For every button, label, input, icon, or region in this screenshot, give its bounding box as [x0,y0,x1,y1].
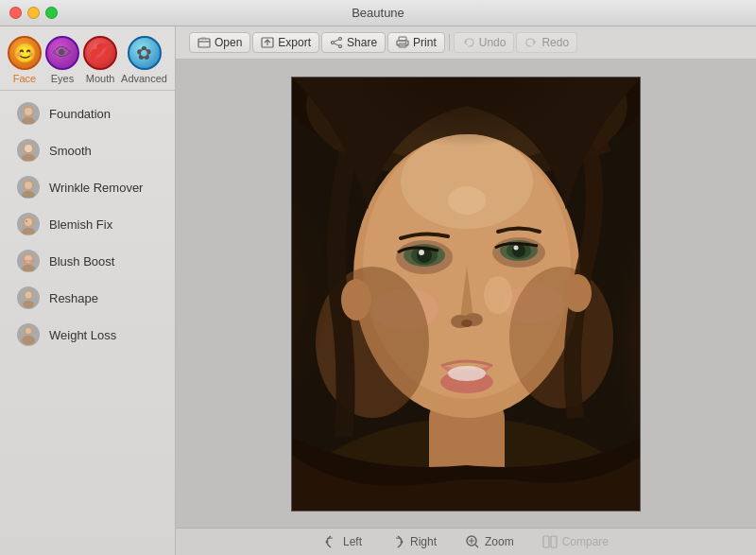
svg-point-61 [316,267,429,418]
status-bar: Left Right Zoom [176,528,756,555]
svg-point-12 [26,220,27,222]
svg-point-27 [339,45,342,48]
menu-item-blemish-fix[interactable]: Blemish Fix [4,206,171,242]
svg-point-10 [22,228,35,234]
tab-mouth-label: Mouth [86,73,115,84]
svg-point-66 [400,541,403,544]
close-button[interactable] [9,7,22,19]
blush-boost-icon [17,250,40,272]
svg-point-43 [404,244,445,267]
redo-icon [524,36,538,49]
toolbar-separator-1 [449,34,450,51]
svg-point-60 [448,186,486,215]
weight-loss-icon [17,323,40,346]
svg-point-41 [401,134,533,229]
blemish-fix-icon [17,213,40,235]
tab-advanced-label: Advanced [121,73,167,84]
advanced-icon: ✿ [128,36,162,70]
print-icon [396,36,409,49]
maximize-button[interactable] [45,7,58,19]
svg-point-63 [341,279,371,321]
blush-boost-label: Blush Boost [49,254,114,269]
reshape-label: Reshape [49,291,98,305]
menu-item-smooth[interactable]: Smooth [4,132,171,168]
svg-rect-33 [292,78,640,511]
sidebar: 😊 Face 👁 Eyes 💋 Mouth ✿ Advanced [0,26,176,555]
svg-rect-69 [551,536,557,547]
right-icon [390,534,405,549]
svg-point-32 [405,42,407,43]
foundation-icon [17,102,40,125]
svg-point-65 [325,541,328,544]
menu-item-wrinkle-remover[interactable]: Wrinkle Remover [4,169,171,205]
svg-point-11 [25,218,32,226]
svg-point-48 [500,240,538,261]
svg-point-39 [353,134,580,418]
svg-point-40 [363,134,571,399]
photo-content [292,78,640,511]
export-button[interactable]: Export [252,32,319,53]
menu-item-foundation[interactable]: Foundation [4,95,171,131]
share-icon [330,36,343,49]
menu-item-blush-boost[interactable]: Blush Boost [4,243,171,279]
wrinkle-remover-label: Wrinkle Remover [49,181,143,195]
title-bar: Beautune [0,0,756,26]
compare-button[interactable]: Compare [542,534,609,549]
minimize-button[interactable] [27,7,40,19]
svg-point-28 [332,42,335,44]
left-label: Left [343,535,362,548]
tab-face[interactable]: 😊 Face [8,36,42,84]
svg-point-56 [503,286,563,323]
main-layout: 😊 Face 👁 Eyes 💋 Mouth ✿ Advanced [0,26,756,555]
zoom-icon [465,534,480,549]
left-icon [323,534,338,549]
svg-rect-24 [198,39,210,47]
toolbar: Open Export Share [176,26,756,60]
window-controls [9,7,58,19]
right-label: Right [410,535,437,548]
undo-button[interactable]: Undo [454,32,515,53]
svg-point-58 [448,366,486,381]
tab-advanced[interactable]: ✿ Advanced [121,36,167,84]
menu-item-reshape[interactable]: Reshape [4,280,171,316]
right-button[interactable]: Right [390,534,437,549]
wrinkle-remover-icon [17,176,40,199]
svg-point-64 [563,274,592,312]
print-button[interactable]: Print [387,32,445,53]
menu-list: Foundation Smooth [0,91,175,555]
smooth-icon [17,139,40,162]
left-button[interactable]: Left [323,534,362,549]
svg-rect-68 [543,536,549,547]
redo-button[interactable]: Redo [516,32,577,53]
svg-point-54 [461,320,472,327]
svg-point-37 [325,78,609,163]
svg-point-14 [22,265,35,271]
svg-point-17 [28,260,34,263]
zoom-label: Zoom [485,535,514,548]
svg-point-2 [25,108,32,115]
photo-frame [291,77,641,512]
tab-eyes[interactable]: 👁 Eyes [45,36,79,84]
svg-point-26 [339,38,342,41]
svg-point-22 [22,336,35,345]
tab-mouth[interactable]: 💋 Mouth [83,36,117,84]
svg-point-45 [417,248,432,263]
svg-point-42 [396,240,453,274]
svg-point-19 [23,301,34,308]
svg-point-53 [464,313,483,326]
category-tabs: 😊 Face 👁 Eyes 💋 Mouth ✿ Advanced [0,26,175,91]
svg-point-23 [26,328,31,334]
svg-point-5 [25,145,32,152]
svg-rect-38 [429,399,505,511]
svg-point-50 [512,244,525,257]
open-button[interactable]: Open [189,32,250,53]
zoom-button[interactable]: Zoom [465,534,514,549]
menu-item-weight-loss[interactable]: Weight Loss [4,317,171,353]
svg-point-4 [22,154,35,161]
share-button[interactable]: Share [321,32,386,53]
export-icon [261,36,274,49]
undo-icon [462,36,475,49]
weight-loss-label: Weight Loss [49,328,116,342]
reshape-icon [17,286,40,309]
svg-point-7 [22,191,35,198]
